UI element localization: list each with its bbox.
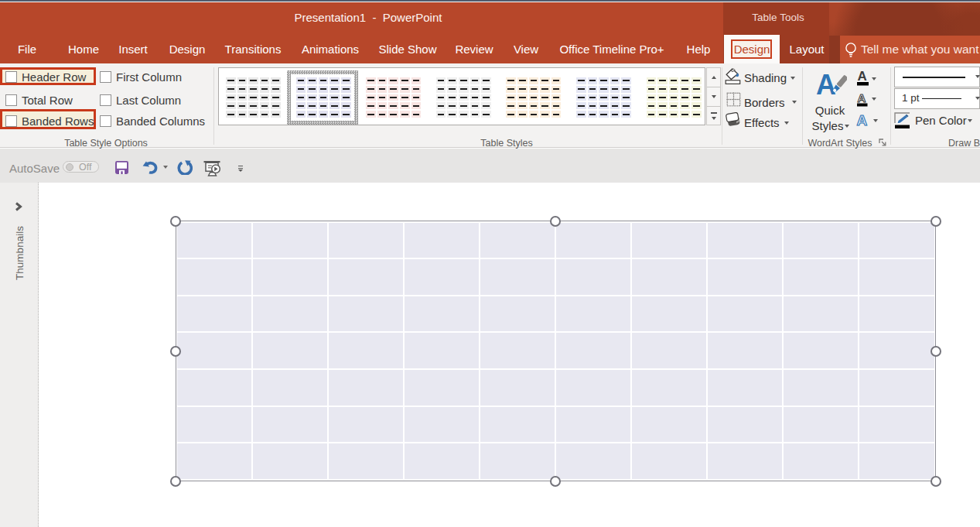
svg-text:A: A: [858, 69, 867, 84]
svg-text:A: A: [858, 91, 866, 104]
svg-text:A: A: [816, 69, 836, 101]
svg-text:A: A: [857, 112, 868, 128]
